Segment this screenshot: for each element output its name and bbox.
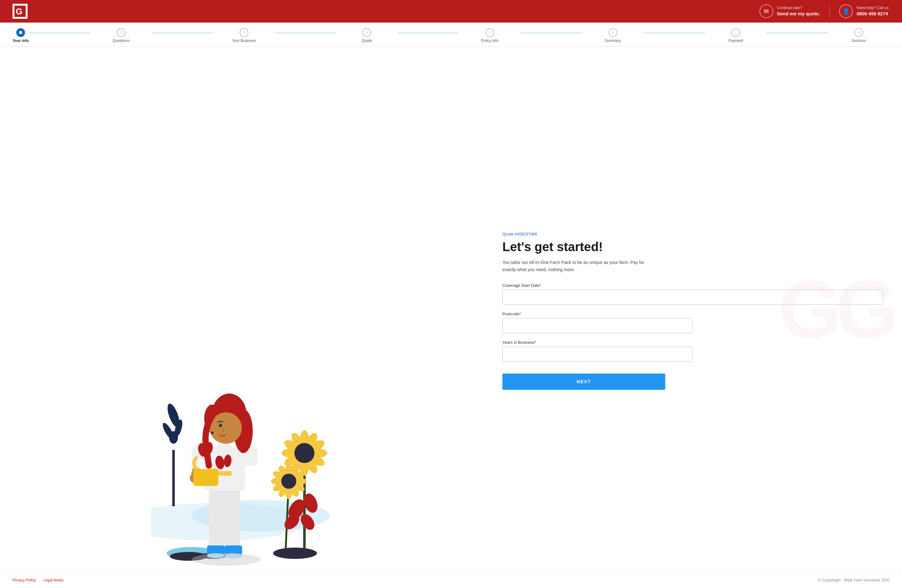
farm-illustration — [151, 347, 345, 566]
step-payment[interactable]: 7 Payment — [705, 28, 766, 43]
svg-point-33 — [227, 471, 232, 476]
svg-point-79 — [273, 547, 317, 559]
quote-number: Quote #458237466 — [503, 232, 883, 236]
step-line-3 — [275, 33, 336, 33]
svg-point-45 — [219, 424, 222, 427]
years-label: Years in Business* — [503, 340, 883, 345]
progress-steps: Your info 2 Questions 3 Your Business 4 … — [13, 28, 889, 43]
next-button[interactable]: NEXT — [503, 374, 665, 390]
call-prefix: Need help? Call us: — [857, 6, 889, 11]
step-circle-2: 2 — [116, 28, 125, 37]
call-action[interactable]: 👤 Need help? Call us: 0800 456 8274 — [839, 5, 889, 18]
svg-point-46 — [211, 432, 214, 434]
send-quote-label: Send me my quote. — [777, 11, 820, 17]
step-line-7 — [766, 33, 828, 33]
footer: Privacy Policy Legal Notes © Copywright … — [0, 572, 902, 588]
years-input[interactable] — [503, 347, 693, 362]
privacy-policy-link[interactable]: Privacy Policy — [13, 578, 36, 582]
step-your-business[interactable]: 3 Your Business — [213, 28, 275, 43]
step-line-2 — [152, 33, 213, 33]
step-label-6: Summary — [605, 39, 621, 43]
step-your-info[interactable]: Your info — [13, 28, 29, 43]
svg-rect-31 — [193, 469, 218, 486]
step-questions[interactable]: 2 Questions — [90, 28, 152, 43]
svg-point-74 — [281, 474, 296, 489]
step-circle-4: 4 — [362, 28, 371, 37]
step-circle-8: 8 — [854, 28, 863, 37]
step-circle-7: 7 — [731, 28, 740, 37]
step-line-6 — [644, 33, 705, 33]
form-subtitle: You tailor our All-In-One Farm Pack to b… — [503, 259, 659, 273]
form-side: Quote #458237466 Let's get started! You … — [496, 46, 902, 572]
svg-point-43 — [210, 412, 242, 444]
send-quote-action[interactable]: ✉ Continue later? Send me my quote. — [759, 5, 820, 18]
step-label-4: Quote — [362, 39, 372, 43]
header-divider — [829, 5, 830, 17]
logo[interactable]: G — [13, 4, 28, 19]
progress-bar: Your info 2 Questions 3 Your Business 4 … — [0, 23, 902, 46]
step-policy-info[interactable]: 5 Policy Info — [459, 28, 520, 43]
legal-notes-link[interactable]: Legal Notes — [44, 578, 64, 582]
coverage-start-label: Coverage Start Date* — [503, 283, 883, 288]
step-label-2: Questions — [113, 39, 129, 43]
step-summary[interactable]: 6 Summary — [582, 28, 643, 43]
svg-point-9 — [169, 431, 178, 444]
step-label-8: Success — [852, 39, 866, 43]
call-label: 0800 456 8274 — [857, 11, 889, 17]
step-circle-6: 6 — [609, 28, 617, 37]
svg-point-2 — [19, 31, 22, 34]
step-line-4 — [398, 33, 459, 33]
step-label-1: Your info — [13, 39, 29, 43]
coverage-start-input[interactable] — [503, 289, 883, 305]
svg-point-60 — [294, 443, 315, 463]
svg-rect-5 — [172, 450, 175, 506]
step-circle-5: 5 — [485, 28, 494, 37]
send-quote-prefix: Continue later? — [777, 6, 820, 11]
step-label-3: Your Business — [232, 39, 256, 43]
postcode-input[interactable] — [503, 318, 693, 333]
form-title: Let's get started! — [503, 239, 883, 254]
copyright-text: © Copywright - State Farm Insurance 2020 — [818, 578, 889, 582]
svg-rect-21 — [225, 546, 242, 554]
years-group: Years in Business* — [503, 340, 883, 362]
step-line-5 — [520, 33, 582, 33]
svg-point-80 — [192, 553, 261, 566]
illustration-side — [0, 46, 496, 572]
step-label-7: Payment — [728, 39, 743, 43]
email-icon: ✉ — [759, 5, 773, 18]
coverage-start-group: Coverage Start Date* — [503, 283, 883, 305]
header: G ✉ Continue later? Send me my quote. 👤 … — [0, 0, 902, 23]
step-circle-3: 3 — [240, 28, 248, 37]
main-content: GG — [0, 46, 902, 572]
step-success[interactable]: 8 Success — [828, 28, 889, 43]
svg-point-24 — [217, 443, 232, 450]
step-line-1 — [29, 33, 90, 33]
svg-text:G: G — [16, 6, 23, 16]
phone-icon: 👤 — [839, 5, 853, 18]
postcode-group: Postcode* — [503, 311, 883, 333]
header-actions: ✉ Continue later? Send me my quote. 👤 Ne… — [759, 5, 889, 18]
svg-rect-18 — [207, 546, 225, 554]
postcode-label: Postcode* — [503, 311, 883, 316]
step-label-5: Policy Info — [481, 39, 498, 43]
footer-links: Privacy Policy Legal Notes — [13, 578, 64, 582]
step-circle-1 — [16, 28, 25, 37]
step-quote[interactable]: 4 Quote — [336, 28, 398, 43]
